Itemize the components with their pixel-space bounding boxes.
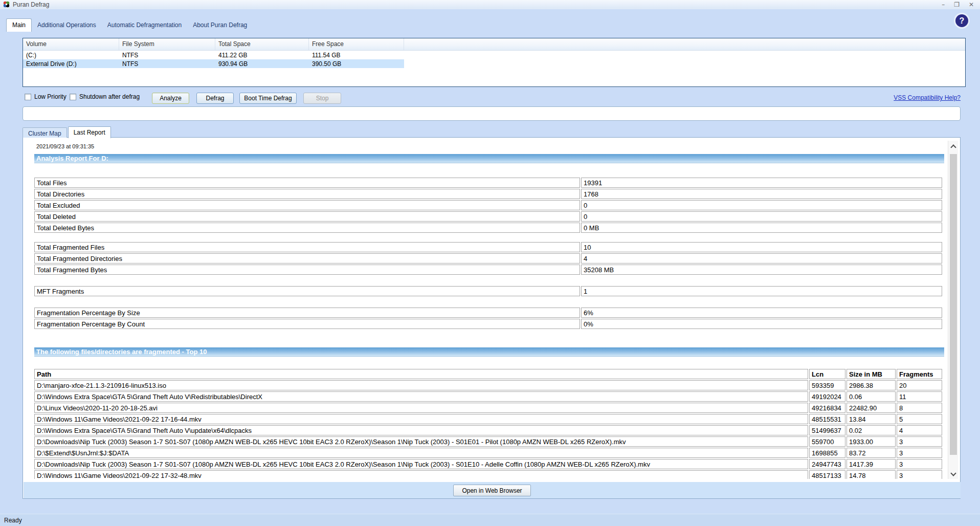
- low-priority-checkbox[interactable]: [25, 94, 31, 100]
- stat-value: 4: [581, 253, 942, 264]
- stat-label: Total Files: [34, 178, 580, 188]
- main-tab[interactable]: Main: [6, 18, 32, 32]
- file-lcn: 48515531: [809, 414, 845, 424]
- files-column-lcn: Lcn: [809, 369, 845, 379]
- file-path: D:\manjaro-xfce-21.1.3-210916-linux513.i…: [34, 380, 808, 390]
- file-path: D:\Windows Extra Space\GTA 5\Grand Theft…: [34, 391, 808, 402]
- progress-text-box: [23, 106, 961, 121]
- stats-table-totals: Total Files 19391 Total Directories 1768…: [33, 177, 943, 234]
- report-viewport[interactable]: 2021/09/23 at 09:31:35 Analysis Report F…: [24, 141, 947, 479]
- title-bar: Puran Defrag – ❐ ✕: [0, 0, 980, 9]
- column-header-file-system[interactable]: File System: [119, 38, 215, 50]
- file-fragments: 20: [897, 380, 942, 390]
- stat-value: 0: [581, 200, 942, 210]
- status-bar: Ready: [0, 514, 980, 526]
- analyze-button[interactable]: Analyze: [152, 93, 189, 104]
- main-tabs: Main Additional Operations Automatic Def…: [6, 18, 253, 32]
- file-lcn: 593359: [809, 380, 845, 390]
- file-row: D:\Windows 11\Game Videos\2021-09-22 17-…: [34, 470, 942, 479]
- help-icon[interactable]: ?: [955, 14, 968, 27]
- volume-total: 411.22 GB: [215, 52, 309, 59]
- stat-row: Total Directories 1768: [34, 189, 942, 199]
- file-lcn: 51499637: [809, 425, 845, 435]
- column-header-free-space[interactable]: Free Space: [309, 38, 404, 50]
- low-priority-label: Low Priority: [34, 93, 66, 100]
- file-path: D:\Linux Videos\2020-11-20 20-18-25.avi: [34, 403, 808, 413]
- minimize-button[interactable]: –: [942, 2, 945, 8]
- main-tab[interactable]: Automatic Defragmentation: [102, 19, 187, 32]
- stat-label: Total Fragmented Directories: [34, 253, 580, 264]
- volume-fs: NTFS: [119, 52, 215, 59]
- scroll-down-icon[interactable]: [950, 470, 956, 476]
- volume-free: 111.54 GB: [309, 52, 404, 59]
- scrollbar-thumb[interactable]: [950, 154, 957, 455]
- fragmented-files-table: Path Lcn Size in MB Fragments D:\manjaro…: [33, 368, 943, 479]
- file-size: 14.78: [847, 470, 896, 479]
- defrag-button[interactable]: Defrag: [196, 93, 234, 104]
- file-row: D:\Downloads\Nip Tuck (2003) Season 1-7 …: [34, 436, 942, 447]
- stat-label: Total Fragmented Bytes: [34, 265, 580, 275]
- report-panel: 2021/09/23 at 09:31:35 Analysis Report F…: [23, 137, 961, 499]
- close-button[interactable]: ✕: [969, 2, 974, 8]
- file-fragments: 3: [897, 459, 942, 469]
- volume-row[interactable]: (C:) NTFS 411.22 GB 111.54 GB: [23, 51, 404, 59]
- file-fragments: 4: [897, 425, 942, 435]
- shutdown-after-defrag-checkbox[interactable]: [70, 94, 76, 100]
- stat-value: 1: [581, 286, 942, 296]
- report-tabs: Cluster Map Last Report: [23, 126, 112, 138]
- volume-free: 390.50 GB: [309, 60, 404, 68]
- file-fragments: 11: [897, 391, 942, 402]
- file-size: 0.06: [847, 391, 896, 402]
- stat-label: Fragmentation Percentage By Count: [34, 319, 580, 329]
- stat-label: Total Deleted: [34, 211, 580, 222]
- maximize-button[interactable]: ❐: [954, 2, 960, 8]
- stat-row: Fragmentation Percentage By Count 0%: [34, 319, 942, 329]
- vss-compatibility-help-link[interactable]: VSS Compatibility Help?: [894, 94, 961, 101]
- app-icon: [3, 1, 10, 8]
- volume-row[interactable]: External Drive (D:) NTFS 930.94 GB 390.5…: [23, 59, 404, 68]
- panel-bottom-strip: Open in Web Browser: [24, 482, 961, 498]
- file-lcn: 24947743: [809, 459, 845, 469]
- file-fragments: 3: [897, 448, 942, 458]
- volume-list[interactable]: Volume File System Total Space Free Spac…: [23, 38, 966, 87]
- stat-label: Total Directories: [34, 189, 580, 199]
- stat-value: 0%: [581, 319, 942, 329]
- file-path: D:\Downloads\Nip Tuck (2003) Season 1-7 …: [34, 436, 808, 447]
- column-header-total-space[interactable]: Total Space: [215, 38, 309, 50]
- stat-value: 0: [581, 211, 942, 222]
- open-in-web-browser-button[interactable]: Open in Web Browser: [453, 485, 531, 496]
- file-size: 1933.00: [847, 436, 896, 447]
- stat-value: 35208 MB: [581, 265, 942, 275]
- boot-time-defrag-button[interactable]: Boot Time Defrag: [239, 93, 297, 104]
- stats-table-percentage: Fragmentation Percentage By Size 6% Frag…: [33, 306, 943, 330]
- stat-row: Total Fragmented Directories 4: [34, 253, 942, 264]
- file-path: D:\Windows 11\Game Videos\2021-09-22 17-…: [34, 470, 808, 479]
- main-tab[interactable]: About Puran Defrag: [187, 19, 253, 32]
- stat-value: 19391: [581, 178, 942, 188]
- stat-row: Total Deleted Bytes 0 MB: [34, 223, 942, 233]
- stats-table-fragmented: Total Fragmented Files 10 Total Fragment…: [33, 241, 943, 276]
- file-path: D:\Windows 11\Game Videos\2021-09-22 17-…: [34, 414, 808, 424]
- stat-label: Total Excluded: [34, 200, 580, 210]
- stat-row: Total Fragmented Files 10: [34, 242, 942, 252]
- analysis-report-header: Analysis Report For D:: [34, 154, 944, 163]
- files-column-size: Size in MB: [847, 369, 896, 379]
- file-lcn: 1698855: [809, 448, 845, 458]
- scroll-up-icon[interactable]: [950, 144, 956, 150]
- main-tab[interactable]: Additional Operations: [32, 19, 102, 32]
- controls-row: Low Priority Shutdown after defrag Analy…: [0, 91, 980, 105]
- report-scrollbar[interactable]: [948, 141, 958, 479]
- stat-value: 10: [581, 242, 942, 252]
- report-tab[interactable]: Last Report: [68, 126, 111, 138]
- stat-row: Total Excluded 0: [34, 200, 942, 210]
- stat-label: Total Fragmented Files: [34, 242, 580, 252]
- file-row: D:\Linux Videos\2020-11-20 20-18-25.avi …: [34, 403, 942, 413]
- file-fragments: 5: [897, 414, 942, 424]
- volume-list-header: Volume File System Total Space Free Spac…: [23, 38, 965, 51]
- file-path: D:\Windows Extra Space\GTA 5\Grand Theft…: [34, 425, 808, 435]
- column-header-volume[interactable]: Volume: [23, 38, 119, 50]
- file-path: D:\Downloads\Nip Tuck (2003) Season 1-7 …: [34, 459, 808, 469]
- report-tab[interactable]: Cluster Map: [23, 127, 67, 138]
- file-fragments: 3: [897, 436, 942, 447]
- file-lcn: 49216834: [809, 403, 845, 413]
